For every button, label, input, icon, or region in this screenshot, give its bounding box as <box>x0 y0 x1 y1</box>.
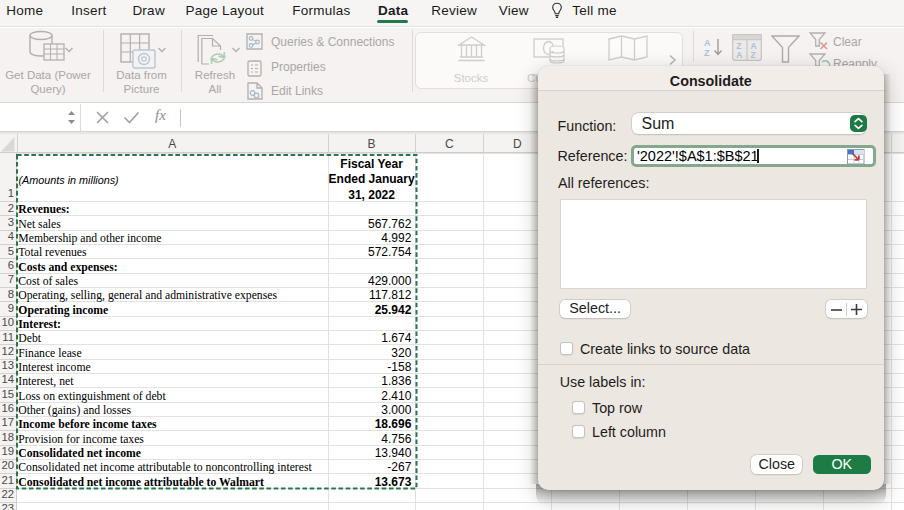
svg-text:Z: Z <box>751 50 756 60</box>
svg-text:Z: Z <box>704 48 710 58</box>
svg-text:Z: Z <box>736 41 741 51</box>
svg-text:A: A <box>736 50 742 60</box>
svg-text:A: A <box>751 41 757 51</box>
svg-text:A: A <box>704 38 711 48</box>
